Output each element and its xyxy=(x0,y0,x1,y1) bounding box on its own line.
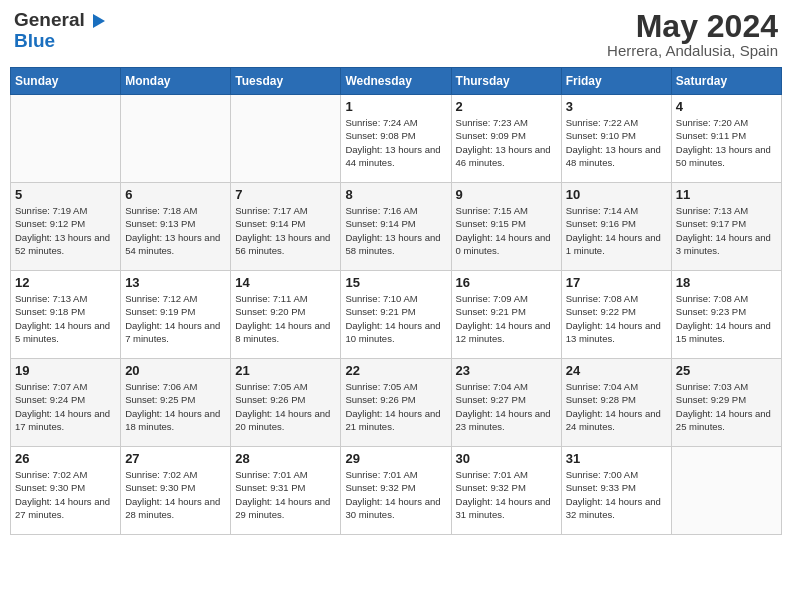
calendar-cell: 29Sunrise: 7:01 AMSunset: 9:32 PMDayligh… xyxy=(341,447,451,535)
calendar-cell: 13Sunrise: 7:12 AMSunset: 9:19 PMDayligh… xyxy=(121,271,231,359)
logo-general: General xyxy=(14,10,105,31)
day-number: 1 xyxy=(345,99,446,114)
day-info: Sunrise: 7:15 AMSunset: 9:15 PMDaylight:… xyxy=(456,204,557,257)
day-info: Sunrise: 7:16 AMSunset: 9:14 PMDaylight:… xyxy=(345,204,446,257)
day-info: Sunrise: 7:10 AMSunset: 9:21 PMDaylight:… xyxy=(345,292,446,345)
day-number: 7 xyxy=(235,187,336,202)
calendar-cell: 30Sunrise: 7:01 AMSunset: 9:32 PMDayligh… xyxy=(451,447,561,535)
calendar-cell xyxy=(121,95,231,183)
day-number: 12 xyxy=(15,275,116,290)
day-info: Sunrise: 7:08 AMSunset: 9:23 PMDaylight:… xyxy=(676,292,777,345)
calendar-cell: 14Sunrise: 7:11 AMSunset: 9:20 PMDayligh… xyxy=(231,271,341,359)
day-number: 26 xyxy=(15,451,116,466)
day-info: Sunrise: 7:13 AMSunset: 9:17 PMDaylight:… xyxy=(676,204,777,257)
calendar-cell: 28Sunrise: 7:01 AMSunset: 9:31 PMDayligh… xyxy=(231,447,341,535)
logo-blue: Blue xyxy=(14,31,105,52)
day-number: 28 xyxy=(235,451,336,466)
day-number: 18 xyxy=(676,275,777,290)
calendar-cell xyxy=(671,447,781,535)
logo-text: General Blue xyxy=(14,10,105,52)
day-info: Sunrise: 7:04 AMSunset: 9:28 PMDaylight:… xyxy=(566,380,667,433)
day-number: 14 xyxy=(235,275,336,290)
day-info: Sunrise: 7:09 AMSunset: 9:21 PMDaylight:… xyxy=(456,292,557,345)
logo: General Blue xyxy=(14,10,105,52)
calendar-cell: 7Sunrise: 7:17 AMSunset: 9:14 PMDaylight… xyxy=(231,183,341,271)
calendar-cell: 20Sunrise: 7:06 AMSunset: 9:25 PMDayligh… xyxy=(121,359,231,447)
day-info: Sunrise: 7:24 AMSunset: 9:08 PMDaylight:… xyxy=(345,116,446,169)
day-header-saturday: Saturday xyxy=(671,68,781,95)
calendar-cell: 26Sunrise: 7:02 AMSunset: 9:30 PMDayligh… xyxy=(11,447,121,535)
calendar-cell: 5Sunrise: 7:19 AMSunset: 9:12 PMDaylight… xyxy=(11,183,121,271)
day-info: Sunrise: 7:03 AMSunset: 9:29 PMDaylight:… xyxy=(676,380,777,433)
day-number: 23 xyxy=(456,363,557,378)
day-number: 3 xyxy=(566,99,667,114)
day-number: 6 xyxy=(125,187,226,202)
calendar-table: SundayMondayTuesdayWednesdayThursdayFrid… xyxy=(10,67,782,535)
calendar-week-row: 19Sunrise: 7:07 AMSunset: 9:24 PMDayligh… xyxy=(11,359,782,447)
calendar-cell: 6Sunrise: 7:18 AMSunset: 9:13 PMDaylight… xyxy=(121,183,231,271)
calendar-cell: 24Sunrise: 7:04 AMSunset: 9:28 PMDayligh… xyxy=(561,359,671,447)
day-number: 24 xyxy=(566,363,667,378)
day-header-wednesday: Wednesday xyxy=(341,68,451,95)
calendar-title: May 2024 xyxy=(607,10,778,42)
day-info: Sunrise: 7:18 AMSunset: 9:13 PMDaylight:… xyxy=(125,204,226,257)
day-info: Sunrise: 7:12 AMSunset: 9:19 PMDaylight:… xyxy=(125,292,226,345)
day-header-friday: Friday xyxy=(561,68,671,95)
calendar-cell: 2Sunrise: 7:23 AMSunset: 9:09 PMDaylight… xyxy=(451,95,561,183)
calendar-cell: 23Sunrise: 7:04 AMSunset: 9:27 PMDayligh… xyxy=(451,359,561,447)
calendar-cell: 25Sunrise: 7:03 AMSunset: 9:29 PMDayligh… xyxy=(671,359,781,447)
calendar-week-row: 1Sunrise: 7:24 AMSunset: 9:08 PMDaylight… xyxy=(11,95,782,183)
day-info: Sunrise: 7:19 AMSunset: 9:12 PMDaylight:… xyxy=(15,204,116,257)
logo-arrow-icon xyxy=(93,14,105,28)
page-header: General Blue May 2024 Herrera, Andalusia… xyxy=(10,10,782,59)
day-number: 5 xyxy=(15,187,116,202)
day-number: 2 xyxy=(456,99,557,114)
calendar-cell: 4Sunrise: 7:20 AMSunset: 9:11 PMDaylight… xyxy=(671,95,781,183)
day-header-sunday: Sunday xyxy=(11,68,121,95)
day-header-thursday: Thursday xyxy=(451,68,561,95)
calendar-cell: 11Sunrise: 7:13 AMSunset: 9:17 PMDayligh… xyxy=(671,183,781,271)
day-number: 10 xyxy=(566,187,667,202)
calendar-cell xyxy=(231,95,341,183)
day-info: Sunrise: 7:08 AMSunset: 9:22 PMDaylight:… xyxy=(566,292,667,345)
calendar-cell: 22Sunrise: 7:05 AMSunset: 9:26 PMDayligh… xyxy=(341,359,451,447)
day-info: Sunrise: 7:14 AMSunset: 9:16 PMDaylight:… xyxy=(566,204,667,257)
calendar-header-row: SundayMondayTuesdayWednesdayThursdayFrid… xyxy=(11,68,782,95)
day-info: Sunrise: 7:00 AMSunset: 9:33 PMDaylight:… xyxy=(566,468,667,521)
calendar-cell: 3Sunrise: 7:22 AMSunset: 9:10 PMDaylight… xyxy=(561,95,671,183)
day-number: 31 xyxy=(566,451,667,466)
day-number: 27 xyxy=(125,451,226,466)
calendar-week-row: 12Sunrise: 7:13 AMSunset: 9:18 PMDayligh… xyxy=(11,271,782,359)
day-number: 17 xyxy=(566,275,667,290)
calendar-cell: 27Sunrise: 7:02 AMSunset: 9:30 PMDayligh… xyxy=(121,447,231,535)
calendar-cell: 18Sunrise: 7:08 AMSunset: 9:23 PMDayligh… xyxy=(671,271,781,359)
day-info: Sunrise: 7:01 AMSunset: 9:32 PMDaylight:… xyxy=(345,468,446,521)
calendar-subtitle: Herrera, Andalusia, Spain xyxy=(607,42,778,59)
day-number: 22 xyxy=(345,363,446,378)
title-block: May 2024 Herrera, Andalusia, Spain xyxy=(607,10,778,59)
day-header-monday: Monday xyxy=(121,68,231,95)
day-info: Sunrise: 7:05 AMSunset: 9:26 PMDaylight:… xyxy=(345,380,446,433)
day-info: Sunrise: 7:05 AMSunset: 9:26 PMDaylight:… xyxy=(235,380,336,433)
day-header-tuesday: Tuesday xyxy=(231,68,341,95)
day-info: Sunrise: 7:13 AMSunset: 9:18 PMDaylight:… xyxy=(15,292,116,345)
calendar-cell: 8Sunrise: 7:16 AMSunset: 9:14 PMDaylight… xyxy=(341,183,451,271)
day-info: Sunrise: 7:17 AMSunset: 9:14 PMDaylight:… xyxy=(235,204,336,257)
day-number: 4 xyxy=(676,99,777,114)
day-info: Sunrise: 7:01 AMSunset: 9:32 PMDaylight:… xyxy=(456,468,557,521)
day-number: 30 xyxy=(456,451,557,466)
calendar-cell: 21Sunrise: 7:05 AMSunset: 9:26 PMDayligh… xyxy=(231,359,341,447)
day-number: 29 xyxy=(345,451,446,466)
calendar-cell xyxy=(11,95,121,183)
day-number: 25 xyxy=(676,363,777,378)
day-number: 21 xyxy=(235,363,336,378)
day-number: 15 xyxy=(345,275,446,290)
day-info: Sunrise: 7:04 AMSunset: 9:27 PMDaylight:… xyxy=(456,380,557,433)
day-number: 13 xyxy=(125,275,226,290)
day-info: Sunrise: 7:22 AMSunset: 9:10 PMDaylight:… xyxy=(566,116,667,169)
day-info: Sunrise: 7:06 AMSunset: 9:25 PMDaylight:… xyxy=(125,380,226,433)
calendar-cell: 9Sunrise: 7:15 AMSunset: 9:15 PMDaylight… xyxy=(451,183,561,271)
day-info: Sunrise: 7:02 AMSunset: 9:30 PMDaylight:… xyxy=(15,468,116,521)
day-number: 11 xyxy=(676,187,777,202)
day-info: Sunrise: 7:02 AMSunset: 9:30 PMDaylight:… xyxy=(125,468,226,521)
